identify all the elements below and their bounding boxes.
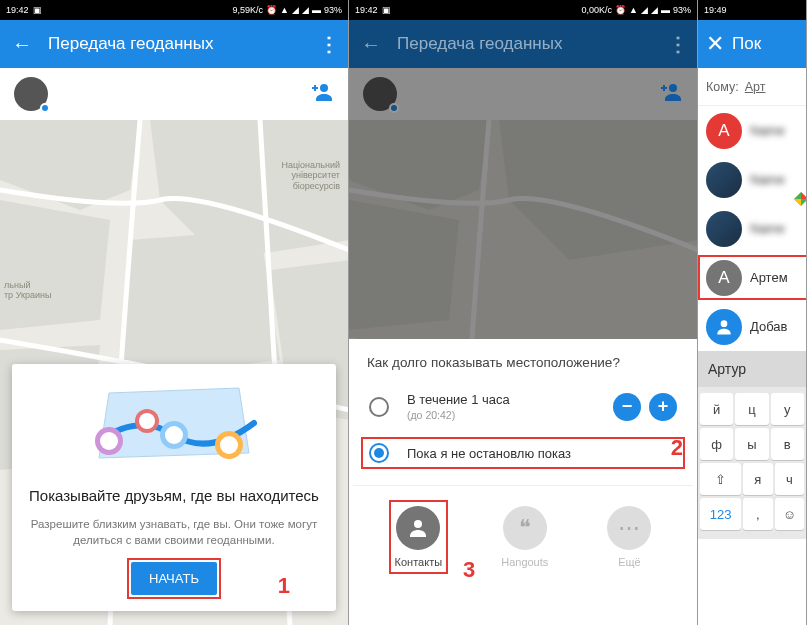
annotation-number: 1 xyxy=(278,573,290,599)
key[interactable]: в xyxy=(771,428,804,460)
radio-off-icon xyxy=(369,397,389,417)
svg-point-26 xyxy=(721,320,728,327)
option-until-stop[interactable]: Пока я не остановлю показ xyxy=(353,435,693,471)
option-label: В течение 1 часа xyxy=(407,392,605,407)
signal-icon: ◢ xyxy=(302,5,309,15)
app-bar-title: Передача геоданных xyxy=(383,34,667,54)
signal-icon: ◢ xyxy=(292,5,299,15)
map-label: льный тр Украины xyxy=(4,280,51,301)
to-field[interactable]: Кому: Арт xyxy=(698,68,806,106)
to-chip: Арт xyxy=(745,80,766,94)
person-icon xyxy=(396,506,440,550)
svg-marker-4 xyxy=(0,200,110,330)
key[interactable]: ы xyxy=(735,428,768,460)
svg-marker-5 xyxy=(120,230,280,380)
status-time: 19:49 xyxy=(704,5,727,15)
app-bar-title: Пок xyxy=(724,34,798,54)
key[interactable]: я xyxy=(743,463,772,495)
key-comma[interactable]: , xyxy=(743,498,772,530)
bottom-sheet: Как долго показывать местоположение? В т… xyxy=(349,339,697,625)
close-button[interactable]: ✕ xyxy=(706,31,724,57)
status-battery: 93% xyxy=(324,5,342,15)
status-speed: 0,00K/c xyxy=(582,5,613,15)
app-bar: ✕ Пок xyxy=(698,20,806,68)
contact-name: Добав xyxy=(750,319,787,334)
key-emoji[interactable]: ☺ xyxy=(775,498,804,530)
contact-row[interactable]: Name xyxy=(698,155,806,204)
key-123[interactable]: 123 xyxy=(700,498,741,530)
svg-marker-24 xyxy=(801,192,807,199)
target-more[interactable]: ⋯ Ещё xyxy=(607,506,651,568)
option-sublabel: (до 20:42) xyxy=(407,409,605,421)
avatar-photo xyxy=(706,211,742,247)
target-hangouts[interactable]: ❝ Hangouts xyxy=(501,506,548,568)
overflow-menu-button[interactable]: ⋮ xyxy=(667,32,687,56)
signal-icon: ◢ xyxy=(651,5,658,15)
to-label: Кому: xyxy=(706,80,739,94)
svg-point-0 xyxy=(320,84,328,92)
contact-row[interactable]: А Name xyxy=(698,106,806,155)
target-label: Контакты xyxy=(395,556,443,568)
map-area[interactable]: Національний університет біоресурсів льн… xyxy=(0,120,348,625)
key[interactable]: ч xyxy=(775,463,804,495)
signal-icon: ◢ xyxy=(641,5,648,15)
target-contacts[interactable]: Контакты xyxy=(395,506,443,568)
contact-name: Name xyxy=(750,172,785,187)
illustration xyxy=(28,382,320,474)
wifi-icon: ▲ xyxy=(629,5,638,15)
add-person-icon xyxy=(706,309,742,345)
status-bar: 19:42▣ 0,00K/c ⏰ ▲ ◢ ◢ ▬ 93% xyxy=(349,0,697,20)
svg-point-10 xyxy=(100,432,118,450)
minus-button[interactable]: − xyxy=(613,393,641,421)
option-1-hour[interactable]: В течение 1 часа (до 20:42) − + xyxy=(353,384,693,429)
back-button[interactable]: ← xyxy=(10,33,34,56)
option-label: Пока я не остановлю показ xyxy=(407,446,677,461)
keyboard: й ц у ф ы в ⇧ я ч 123 , ☺ xyxy=(698,387,806,539)
key[interactable]: ц xyxy=(735,393,768,425)
contact-row-add[interactable]: Добав xyxy=(698,302,806,351)
svg-point-16 xyxy=(139,413,155,429)
keyboard-suggestion[interactable]: Артур xyxy=(698,351,806,387)
start-button[interactable]: НАЧАТЬ xyxy=(131,562,217,595)
screen-2: 19:42▣ 0,00K/c ⏰ ▲ ◢ ◢ ▬ 93% ← Передача … xyxy=(349,0,698,625)
overflow-menu-button[interactable]: ⋮ xyxy=(318,32,338,56)
app-bar: ← Передача геоданных ⋮ xyxy=(349,20,697,68)
status-speed: 9,59K/c xyxy=(233,5,264,15)
wifi-icon: ▲ xyxy=(280,5,289,15)
radio-on-icon xyxy=(369,443,389,463)
status-bar: 19:42▣ 9,59K/c ⏰ ▲ ◢ ◢ ▬ 93% xyxy=(0,0,348,20)
map-label: Національний університет біоресурсів xyxy=(281,160,340,191)
contact-name: Name xyxy=(750,123,785,138)
key[interactable]: у xyxy=(771,393,804,425)
contact-row[interactable]: Name xyxy=(698,204,806,253)
contact-row-selected[interactable]: А Артем xyxy=(698,253,806,302)
target-label: Hangouts xyxy=(501,556,548,568)
svg-point-14 xyxy=(220,436,238,454)
key[interactable]: ф xyxy=(700,428,733,460)
user-avatar[interactable] xyxy=(14,77,48,111)
key[interactable]: й xyxy=(700,393,733,425)
status-dot-icon xyxy=(389,103,399,113)
add-person-button[interactable] xyxy=(310,82,334,107)
notif-icon: ▣ xyxy=(33,5,42,15)
user-avatar[interactable] xyxy=(363,77,397,111)
status-bar: 19:49 xyxy=(698,0,806,20)
map-area[interactable]: Как долго показывать местоположение? В т… xyxy=(349,120,697,625)
battery-icon: ▬ xyxy=(312,5,321,15)
annotation-number: 3 xyxy=(463,557,475,583)
add-person-button[interactable] xyxy=(659,82,683,107)
avatar-photo xyxy=(706,162,742,198)
contact-name: Name xyxy=(750,221,785,236)
hangouts-icon: ❝ xyxy=(503,506,547,550)
back-button[interactable]: ← xyxy=(359,33,383,56)
status-time: 19:42 xyxy=(6,5,29,15)
more-icon: ⋯ xyxy=(607,506,651,550)
key-shift[interactable]: ⇧ xyxy=(700,463,741,495)
notif-icon: ▣ xyxy=(382,5,391,15)
plus-button[interactable]: + xyxy=(649,393,677,421)
status-dot-icon xyxy=(40,103,50,113)
annotation-number: 2 xyxy=(671,435,683,461)
sheet-question: Как долго показывать местоположение? xyxy=(353,355,693,384)
target-label: Ещё xyxy=(607,556,651,568)
sub-bar xyxy=(0,68,348,120)
